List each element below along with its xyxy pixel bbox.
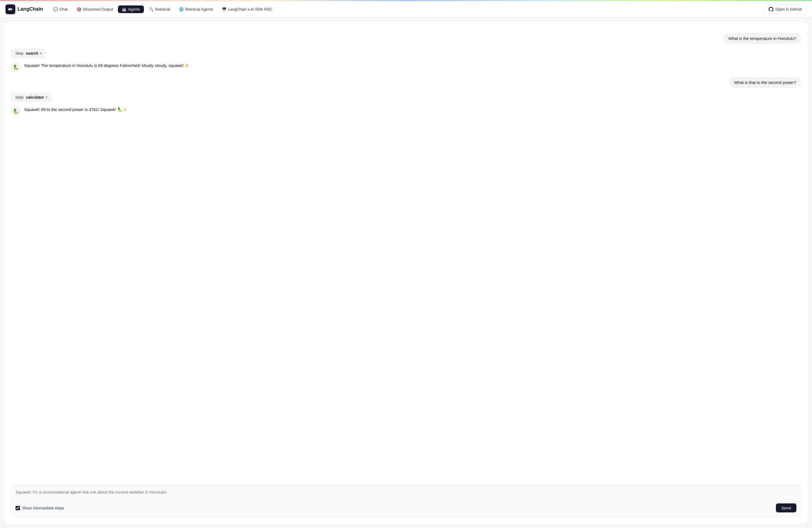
agent-avatar-2: 🦜 <box>11 107 21 117</box>
agent-bubble-1: Squawk! The temperature in Honolulu is 6… <box>24 63 190 69</box>
tab-retrieval-agents[interactable]: 🌐 Retrieval Agents <box>175 5 217 13</box>
langchain-ai-sdk-label: LangChain x AI SDK RSC <box>228 7 272 12</box>
step-label-1: Step: <box>15 51 24 56</box>
langchain-ai-sdk-emoji: 🖥️ <box>222 7 227 12</box>
agents-label: Agents <box>128 7 140 12</box>
github-icon <box>768 7 773 12</box>
tab-retrieval[interactable]: 🔍 Retrieval <box>145 5 174 13</box>
github-label: Open in GitHub <box>775 7 802 12</box>
tab-chat[interactable]: 💬 Chat <box>49 5 72 13</box>
user-bubble-2: What is that to the second power? <box>729 77 801 88</box>
user-bubble-1: What is the temperature in Honolulu? <box>723 33 801 44</box>
tab-structured-output[interactable]: 🎯 Structured Output <box>73 5 117 13</box>
step-calculator[interactable]: Step: calculator ▾ <box>11 92 801 102</box>
structured-output-emoji: 🎯 <box>77 7 81 12</box>
main-content: What is the temperature in Honolulu? Ste… <box>4 22 808 524</box>
logo-area: LangChain <box>5 4 43 14</box>
chat-input[interactable] <box>16 490 796 499</box>
step-label-2: Step: <box>15 95 24 100</box>
tab-agents[interactable]: 🤖 Agents <box>118 5 144 13</box>
retrieval-agents-label: Retrieval Agents <box>185 7 213 12</box>
step-name-calculator: calculator <box>26 95 44 100</box>
checkbox-label-text: Show intermediate steps <box>22 506 64 510</box>
agent-bubble-2: Squawk! 69 to the second power is 4761! … <box>24 107 128 113</box>
logo-text: LangChain <box>17 6 43 12</box>
chevron-down-icon-1: ▾ <box>40 51 42 55</box>
nav-tabs: 💬 Chat 🎯 Structured Output 🤖 Agents 🔍 Re… <box>49 5 762 13</box>
tab-langchain-ai-sdk[interactable]: 🖥️ LangChain x AI SDK RSC <box>218 5 276 13</box>
agents-emoji: 🤖 <box>122 7 126 12</box>
structured-output-label: Structured Output <box>83 7 113 12</box>
input-footer: Show intermediate steps Send <box>16 503 796 512</box>
agent-message-1: 🦜 Squawk! The temperature in Honolulu is… <box>11 63 801 72</box>
input-container: Show intermediate steps Send <box>11 485 801 517</box>
chat-emoji: 💬 <box>53 7 58 12</box>
open-in-github-button[interactable]: Open in GitHub <box>764 4 807 14</box>
retrieval-agents-emoji: 🌐 <box>179 7 184 12</box>
step-search[interactable]: Step: search ▾ <box>11 48 801 58</box>
chat-area: What is the temperature in Honolulu? Ste… <box>4 28 808 481</box>
step-name-search: search <box>26 51 38 56</box>
parrot-icon-1: 🦜 <box>13 64 19 71</box>
step-calculator-indicator[interactable]: Step: calculator ▾ <box>11 92 52 102</box>
retrieval-emoji: 🔍 <box>149 7 154 12</box>
header: LangChain 💬 Chat 🎯 Structured Output 🤖 A… <box>0 1 812 17</box>
svg-point-1 <box>10 8 13 10</box>
svg-point-0 <box>8 8 10 10</box>
send-button[interactable]: Send <box>776 503 796 512</box>
logo-icon <box>5 4 15 14</box>
agent-avatar-1: 🦜 <box>11 63 21 72</box>
chevron-down-icon-2: ▾ <box>46 95 47 99</box>
show-intermediate-steps-checkbox[interactable] <box>16 506 20 510</box>
user-message-2: What is that to the second power? <box>11 77 801 88</box>
step-search-indicator[interactable]: Step: search ▾ <box>11 48 46 58</box>
user-message-1: What is the temperature in Honolulu? <box>11 33 801 44</box>
parrot-icon-2: 🦜 <box>13 108 19 115</box>
chat-label: Chat <box>60 7 68 12</box>
input-area: Show intermediate steps Send <box>4 485 808 517</box>
agent-message-2: 🦜 Squawk! 69 to the second power is 4761… <box>11 107 801 117</box>
retrieval-label: Retrieval <box>155 7 170 12</box>
show-intermediate-steps-label[interactable]: Show intermediate steps <box>16 506 64 510</box>
